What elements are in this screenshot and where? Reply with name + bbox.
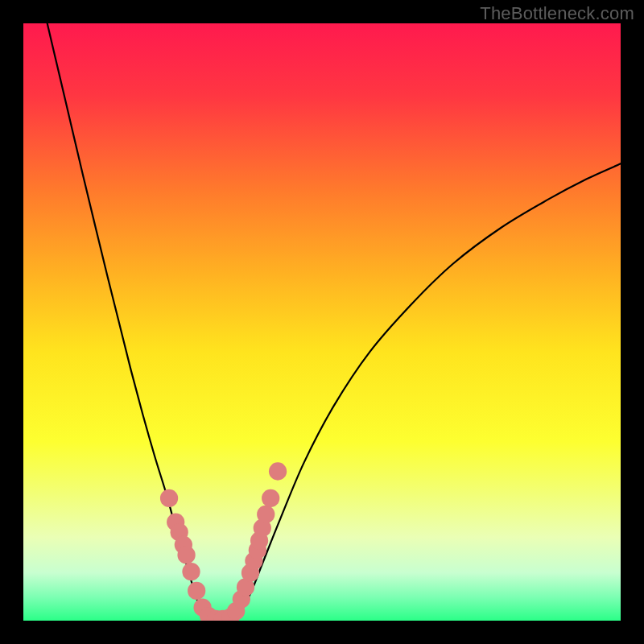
data-dot [182,563,200,580]
watermark-text: TheBottleneck.com [480,3,634,24]
data-dot [188,582,205,600]
data-dot [269,462,287,480]
data-dot [160,489,178,507]
data-dot [257,506,275,523]
data-dot [177,546,195,564]
chart-svg [23,23,621,621]
chart-container: TheBottleneck.com [0,0,644,644]
plot-area [23,23,621,621]
gradient-background [23,23,621,621]
data-dot [262,489,279,507]
